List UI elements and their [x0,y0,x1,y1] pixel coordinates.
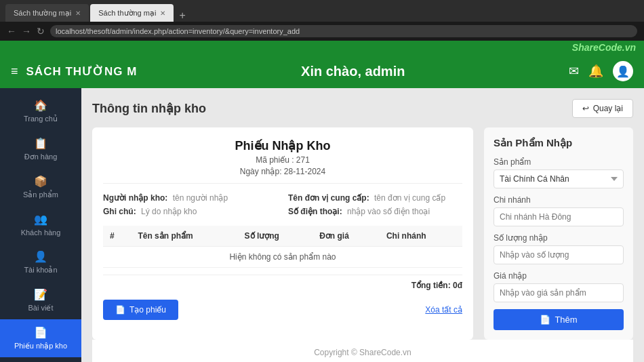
back-nav-btn[interactable]: ← [7,26,16,37]
them-label: Thêm [555,315,577,325]
main-card-row: Phiếu Nhập Kho Mã phiếu : 271 Ngày nhập:… [92,127,633,340]
back-arrow-icon: ↩ [582,104,589,113]
col-stt: # [103,226,131,247]
new-tab-button[interactable]: + [175,9,189,22]
back-button[interactable]: ↩ Quay lại [572,99,633,118]
sdt-label: Số điện thoại: [288,207,342,216]
col-chi-nhanh: Chi nhánh [380,226,462,247]
site-title: SÁCH THƯỜNG M [26,64,138,79]
sidebar-label-don-hang: Đơn hàng [24,153,58,161]
menu-icon[interactable]: ≡ [11,64,18,79]
rp-gia-nhap-input[interactable] [494,283,624,302]
sidebar-label-tai-khoan: Tài khoản [24,266,57,275]
rp-field-chi-nhanh: Chi nhánh [494,195,624,226]
browser-chrome: Sách thường mại ✕ Sách thường mại ✕ + [0,0,644,22]
avatar[interactable]: 👤 [613,61,633,81]
back-button-label: Quay lại [593,104,623,113]
col-ten-sp: Tên sản phẩm [131,226,237,247]
ngay-nhap: Ngày nhập: 28-11-2024 [103,167,462,176]
create-btn-label: Tạo phiếu [129,305,166,315]
tab2-close[interactable]: ✕ [160,9,165,17]
total-label: Tổng tiền: 0đ [411,281,462,290]
sidebar-label-khach-hang: Khách hàng [21,228,61,237]
sidebar-item-phieu-nhap-kho[interactable]: 📄 Phiếu nhập kho [0,319,81,357]
form-row-1: Người nhập kho: tên người nhập Tên đơn v… [103,193,462,203]
form-row-2: Ghi chú: Lý do nhập kho Số điện thoại: n… [103,207,462,216]
header-greeting: Xin chào, admin [137,64,569,79]
phieu-card: Phiếu Nhập Kho Mã phiếu : 271 Ngày nhập:… [92,127,473,340]
nguoi-nhap-kho-label: Người nhập kho: [103,193,167,203]
footer: Copyright © ShareCode.vn [92,340,633,362]
rp-field-gia-nhap: Giá nhập [494,271,624,302]
ghi-chu-value: Lý do nhập kho [141,207,197,216]
sidebar-label-phieu-nhap-kho: Phiếu nhập kho [14,342,67,350]
create-btn-icon: 📄 [115,305,125,315]
field-ghi-chu: Ghi chú: Lý do nhập kho [103,207,277,216]
app-header: ≡ SÁCH THƯỜNG M Xin chào, admin ✉ 🔔 👤 [0,54,644,88]
mail-icon[interactable]: ✉ [569,64,579,79]
header-left: ≡ SÁCH THƯỜNG M [11,64,137,79]
nguoi-nhap-kho-value: tên người nhập [173,193,228,203]
customer-icon: 👥 [34,213,47,226]
rp-chi-nhanh-label: Chi nhánh [494,195,624,205]
forward-nav-btn[interactable]: → [22,26,31,37]
ten-don-vi-label: Tên đơn vị cung cấp: [288,193,369,203]
them-button[interactable]: 📄 Thêm [494,309,624,330]
field-ten-don-vi: Tên đơn vị cung cấp: tên đơn vị cung cấp [288,193,462,203]
main-layout: 🏠 Trang chủ 📋 Đơn hàng 📦 Sản phẩm 👥 Khác… [0,88,644,362]
rp-so-luong-input[interactable] [494,245,624,264]
action-row: 📄 Tạo phiếu Xóa tất cả [103,300,462,320]
avatar-icon: 👤 [616,65,630,78]
col-don-gia: Đơn giá [313,226,380,247]
phieu-header: Phiếu Nhập Kho Mã phiếu : 271 Ngày nhập:… [103,138,462,184]
empty-table-message: Hiện không có sản phẩm nào [103,247,462,268]
col-so-luong: Số lượng [238,226,313,247]
sidebar-item-tai-khoan[interactable]: 👤 Tài khoản [0,243,81,281]
content-area: Thông tin nhập kho ↩ Quay lại Phiếu Nhập… [81,88,644,362]
sharecode-logo: ShareCode.vn [572,42,636,53]
order-icon: 📋 [34,137,47,150]
browser-tab-2[interactable]: Sách thường mại ✕ [90,4,174,22]
sharecode-top-banner: ShareCode.vn [0,41,644,54]
footer-text: Copyright © ShareCode.vn [314,348,411,357]
rp-field-san-pham: Sản phẩm Tài Chính Cá Nhân [494,157,624,188]
browser-tab-1[interactable]: Sách thường mại ✕ [5,4,89,22]
header-right: ✉ 🔔 👤 [569,61,633,81]
tab2-label: Sách thường mại [98,9,156,18]
ghi-chu-label: Ghi chú: [103,207,136,216]
rp-gia-nhap-label: Giá nhập [494,271,624,281]
rp-field-so-luong: Số lượng nhập [494,233,624,264]
sidebar: 🏠 Trang chủ 📋 Đơn hàng 📦 Sản phẩm 👥 Khác… [0,88,81,362]
ten-don-vi-value: tên đơn vị cung cấp [374,193,445,203]
right-panel: Sản Phẩm Nhập Sản phẩm Tài Chính Cá Nhân… [484,127,633,340]
phieu-title: Phiếu Nhập Kho [103,138,462,153]
rp-chi-nhanh-input[interactable] [494,207,624,226]
sidebar-item-bai-viet[interactable]: 📝 Bài viết [0,281,81,319]
field-sdt: Số điện thoại: nhập vào số điện thoại [288,207,462,216]
sidebar-item-quan-ly-chi-nhanh[interactable]: 🏢 Quản lý chi nhánh [0,357,81,362]
rp-san-pham-label: Sản phẩm [494,157,624,167]
product-icon: 📦 [34,175,47,188]
url-field[interactable] [50,25,637,37]
rp-san-pham-select[interactable]: Tài Chính Cá Nhân [494,169,624,188]
page-title: Thông tin nhập kho [92,101,206,116]
sidebar-item-san-pham[interactable]: 📦 Sản phẩm [0,168,81,206]
bell-icon[interactable]: 🔔 [588,64,603,79]
create-button[interactable]: 📄 Tạo phiếu [103,300,178,320]
delete-all-link[interactable]: Xóa tất cả [425,305,462,315]
home-icon: 🏠 [34,99,47,112]
sidebar-item-trang-chu[interactable]: 🏠 Trang chủ [0,92,81,130]
them-icon: 📄 [540,315,550,325]
sidebar-label-bai-viet: Bài viết [28,304,54,313]
product-table: # Tên sản phẩm Số lượng Đơn giá Chi nhán… [103,226,462,268]
sidebar-item-khach-hang[interactable]: 👥 Khách hàng [0,206,81,243]
ma-phieu: Mã phiếu : 271 [103,155,462,165]
receipt-icon: 📄 [34,326,47,339]
sidebar-item-don-hang[interactable]: 📋 Đơn hàng [0,130,81,168]
page-title-row: Thông tin nhập kho ↩ Quay lại [92,99,633,118]
field-nguoi-nhap-kho: Người nhập kho: tên người nhập [103,193,277,203]
tab1-close[interactable]: ✕ [75,9,81,17]
total-row: Tổng tiền: 0đ [103,275,462,290]
tab1-label: Sách thường mại [14,9,71,18]
reload-btn[interactable]: ↻ [37,26,45,37]
